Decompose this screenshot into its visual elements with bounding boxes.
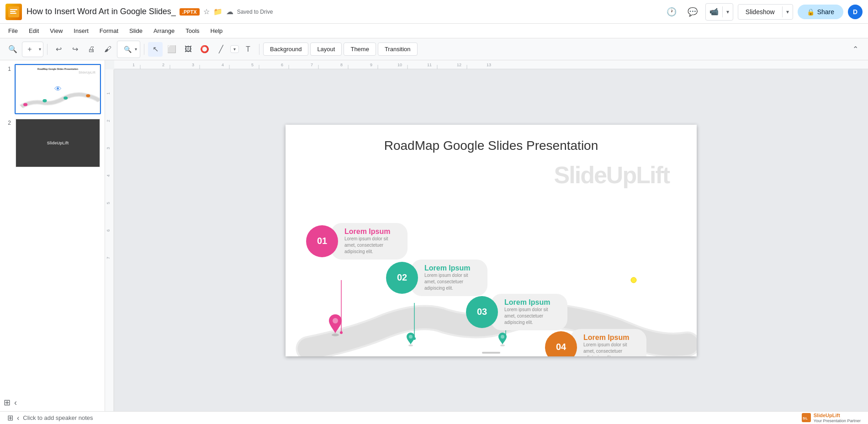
menu-arrange[interactable]: Arrange [149, 26, 179, 36]
zoom-button[interactable]: 🔍 [120, 42, 135, 57]
milestone-02-text: Lorem ipsum dolor sit amet, consectetuer… [424, 272, 479, 292]
branding: S L SlideUpLift Your Presentation Partne… [802, 413, 861, 424]
collapse-panel-icon[interactable]: ‹ [14, 398, 17, 408]
add-dropdown[interactable]: ▾ [37, 47, 43, 52]
image-tool[interactable]: 🖼 [181, 42, 196, 57]
svg-point-6 [64, 96, 68, 100]
slide-canvas[interactable]: RoadMap Google Slides Presentation Slide… [286, 125, 697, 356]
shape-tool[interactable]: ⭕ [197, 42, 212, 57]
svg-rect-2 [10, 11, 16, 12]
svg-point-5 [42, 99, 47, 102]
milestone-03-num: 03 [477, 307, 487, 317]
milestone-03: 03 Lorem Ipsum Lorem ipsum dolor sit ame… [466, 294, 567, 330]
milestone-04-title: Lorem Ipsum [583, 334, 638, 342]
slide-item-1[interactable]: 1 RoadMap Google Slides Presentation Sli… [4, 64, 101, 114]
brand-name: SlideUpLift [814, 413, 861, 419]
svg-text:2: 2 [162, 63, 164, 67]
slide-number-2: 2 [4, 118, 11, 126]
textbox-tool[interactable]: T [241, 42, 255, 57]
camera-dropdown[interactable]: ▾ [723, 5, 733, 19]
grid-view-icon[interactable]: ⊞ [4, 398, 11, 408]
collapse-toolbar-button[interactable]: ⌃ [848, 42, 863, 57]
user-avatar[interactable]: D [848, 5, 863, 19]
zoom-dropdown[interactable]: ▾ [135, 47, 137, 52]
select-tool[interactable]: ↖ [148, 42, 163, 57]
svg-text:9: 9 [370, 63, 372, 67]
notes-placeholder[interactable]: Click to add speaker notes [23, 414, 93, 421]
slide-panel: 1 RoadMap Google Slides Presentation Sli… [0, 60, 105, 411]
grid-icon[interactable]: ⊞ [7, 413, 13, 422]
svg-text:13: 13 [487, 63, 491, 67]
milestone-01: 01 Lorem Ipsum Lorem ipsum dolor sit ame… [306, 223, 408, 260]
app-icon [5, 4, 22, 20]
line-dropdown[interactable]: ▾ [233, 47, 236, 52]
milestone-02-num: 02 [397, 272, 407, 283]
doc-info: How to Insert Word Art in Google Slides_… [26, 7, 663, 16]
folder-icon[interactable]: 📁 [213, 7, 222, 16]
history-button[interactable]: 🕐 [663, 4, 680, 20]
transition-button[interactable]: Transition [378, 42, 418, 56]
svg-point-45 [340, 331, 343, 334]
svg-point-7 [86, 94, 90, 97]
background-button[interactable]: Background [263, 42, 308, 56]
share-label: Share [817, 8, 834, 16]
slideshow-button[interactable]: Slideshow [738, 5, 782, 19]
svg-point-4 [23, 103, 27, 106]
svg-rect-3 [10, 13, 16, 14]
menu-file[interactable]: File [4, 26, 22, 36]
star-icon[interactable]: ☆ [203, 7, 210, 16]
svg-text:6: 6 [281, 63, 283, 67]
doc-title-row: How to Insert Word Art in Google Slides_… [26, 7, 663, 16]
separator-2 [144, 44, 144, 55]
topbar: How to Insert Word Art in Google Slides_… [0, 0, 868, 24]
print-button[interactable]: 🖨 [84, 42, 99, 57]
theme-button[interactable]: Theme [344, 42, 376, 56]
slide-thumbnail-1[interactable]: RoadMap Google Slides Presentation Slide… [15, 64, 101, 114]
cloud-icon: ☁ [226, 7, 233, 16]
add-button[interactable]: + [22, 42, 37, 57]
canvas-area[interactable]: RoadMap Google Slides Presentation Slide… [114, 69, 868, 411]
milestone-01-text: Lorem ipsum dolor sit amet, consectetuer… [344, 236, 399, 255]
redo-button[interactable]: ↪ [68, 42, 82, 57]
menu-help[interactable]: Help [206, 26, 228, 36]
slide-item-2[interactable]: 2 SlideUpLift [4, 118, 101, 168]
milestone-02-title: Lorem Ipsum [424, 264, 479, 272]
svg-text:5: 5 [251, 63, 254, 67]
svg-text:6: 6 [106, 229, 111, 232]
share-button[interactable]: 🔒 Share [798, 5, 843, 19]
svg-text:11: 11 [427, 63, 432, 67]
menu-insert[interactable]: Insert [69, 26, 93, 36]
menu-edit[interactable]: Edit [24, 26, 43, 36]
collapse-icon[interactable]: ‹ [17, 414, 19, 422]
milestone-01-num: 01 [317, 236, 327, 246]
slide-thumbnail-2[interactable]: SlideUpLift [15, 118, 101, 168]
topbar-right: 🕐 💬 📹 ▾ Slideshow ▾ 🔒 Share D [663, 3, 863, 21]
svg-text:7: 7 [311, 63, 313, 67]
search-button[interactable]: 🔍 [5, 42, 20, 57]
slide-thumb-inner-2: SlideUpLift [16, 119, 100, 167]
svg-point-50 [631, 277, 636, 283]
scroll-indicator [482, 352, 500, 354]
milestone-04-text: Lorem ipsum dolor sit amet, consectetuer… [583, 342, 638, 356]
menu-slide[interactable]: Slide [125, 26, 147, 36]
select-box-tool[interactable]: ⬜ [164, 42, 179, 57]
comments-button[interactable]: 💬 [684, 4, 701, 20]
svg-text:4: 4 [106, 175, 111, 177]
svg-text:3: 3 [106, 147, 111, 149]
line-tool[interactable]: ╱ [214, 42, 228, 57]
svg-text:10: 10 [397, 63, 402, 67]
menu-tools[interactable]: Tools [181, 26, 204, 36]
camera-button[interactable]: 📹 [706, 4, 722, 20]
svg-text:1: 1 [132, 63, 135, 67]
paintformat-button[interactable]: 🖌 [101, 42, 115, 57]
layout-button[interactable]: Layout [310, 42, 342, 56]
undo-button[interactable]: ↩ [51, 42, 66, 57]
svg-text:1: 1 [106, 92, 111, 95]
svg-text:5: 5 [106, 202, 111, 204]
menu-view[interactable]: View [45, 26, 67, 36]
menu-format[interactable]: Format [95, 26, 123, 36]
milestone-03-title: Lorem Ipsum [504, 298, 559, 307]
doc-title[interactable]: How to Insert Word Art in Google Slides_ [26, 7, 176, 16]
slideshow-dropdown-button[interactable]: ▾ [783, 5, 793, 19]
ruler-area: 1 2 3 4 5 6 7 8 9 10 11 [105, 60, 868, 411]
